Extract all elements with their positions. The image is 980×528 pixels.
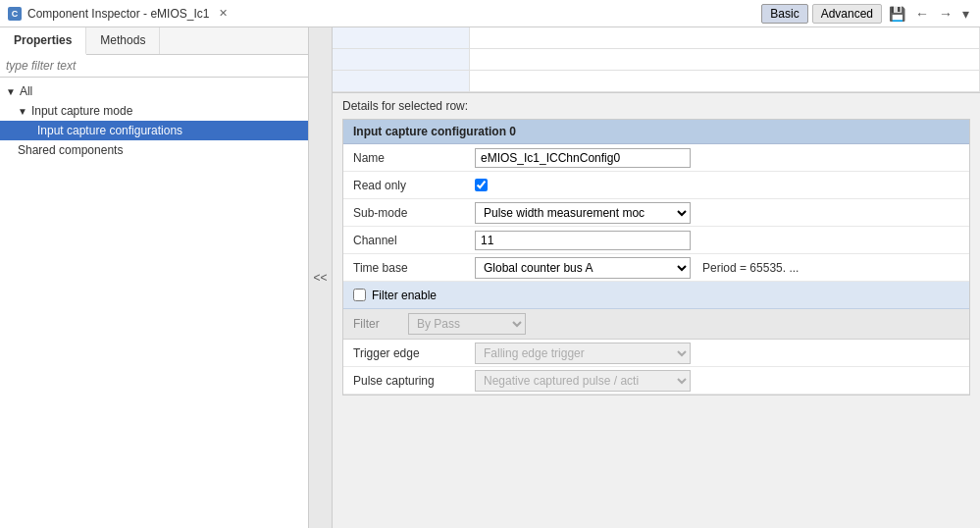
readonly-checkbox[interactable] bbox=[475, 179, 488, 191]
name-row: Name bbox=[343, 144, 969, 172]
channel-row: Channel bbox=[343, 227, 969, 254]
app-icon: C bbox=[8, 7, 22, 21]
details-box: Input capture configuration 0 Name Read … bbox=[342, 119, 970, 396]
name-label: Name bbox=[343, 147, 471, 169]
right-inner: << Details for selected row: bbox=[309, 27, 980, 528]
grid-cell bbox=[470, 27, 980, 48]
timebase-row: Time base Global counter bus A Global co… bbox=[343, 254, 969, 282]
details-label: Details for selected row: bbox=[333, 93, 980, 119]
right-content: Details for selected row: Input capture … bbox=[333, 27, 980, 528]
title-bar-left: C Component Inspector - eMIOS_Ic1 ✕ bbox=[8, 6, 232, 21]
tree-label-icm: Input capture mode bbox=[31, 104, 132, 118]
filter-select[interactable]: By Pass bbox=[408, 313, 526, 335]
grid-row bbox=[333, 49, 980, 71]
basic-button[interactable]: Basic bbox=[761, 4, 807, 24]
tab-bar: Properties Methods bbox=[0, 27, 308, 55]
main-layout: Properties Methods ▼ All ▼ Input capture… bbox=[0, 27, 980, 528]
grid-cell bbox=[470, 71, 980, 91]
channel-value bbox=[471, 229, 969, 252]
tree-label-icc: Input capture configurations bbox=[37, 124, 182, 137]
collapse-button[interactable]: << bbox=[309, 27, 333, 528]
tab-methods[interactable]: Methods bbox=[86, 27, 160, 54]
name-input[interactable] bbox=[475, 148, 691, 168]
top-grid bbox=[333, 27, 980, 93]
tree-arrow-all: ▼ bbox=[6, 86, 16, 97]
timebase-select[interactable]: Global counter bus A Global counter bus … bbox=[475, 257, 691, 279]
timebase-value: Global counter bus A Global counter bus … bbox=[471, 255, 969, 281]
tree-item-shared-components[interactable]: Shared components bbox=[0, 140, 308, 160]
grid-cell bbox=[333, 49, 470, 70]
tree-item-all[interactable]: ▼ All bbox=[0, 81, 308, 101]
menu-button[interactable]: ▾ bbox=[959, 4, 972, 24]
grid-cell bbox=[333, 71, 470, 91]
tab-properties[interactable]: Properties bbox=[0, 27, 86, 55]
trigger-edge-select[interactable]: Falling edge trigger bbox=[475, 343, 691, 364]
pulse-capturing-row: Pulse capturing Negative captured pulse … bbox=[343, 367, 969, 395]
save-button[interactable]: 💾 bbox=[886, 4, 908, 24]
trigger-edge-value: Falling edge trigger bbox=[471, 341, 969, 366]
readonly-row: Read only bbox=[343, 172, 969, 199]
filter-enable-label: Filter enable bbox=[372, 289, 437, 302]
tree-label-sc: Shared components bbox=[18, 143, 123, 157]
timebase-label: Time base bbox=[343, 257, 471, 279]
submode-select[interactable]: Pulse width measurement moc bbox=[475, 202, 691, 224]
back-button[interactable]: ← bbox=[912, 4, 932, 24]
filter-enable-row: Filter enable bbox=[343, 282, 969, 309]
grid-cell bbox=[470, 49, 980, 70]
title-bar: C Component Inspector - eMIOS_Ic1 ✕ Basi… bbox=[0, 0, 980, 27]
readonly-label: Read only bbox=[343, 175, 471, 196]
grid-cell bbox=[333, 27, 470, 48]
pulse-capturing-value: Negative captured pulse / acti bbox=[471, 368, 969, 394]
channel-input[interactable] bbox=[475, 231, 691, 250]
filter-row: Filter By Pass bbox=[343, 309, 969, 340]
submode-row: Sub-mode Pulse width measurement moc bbox=[343, 199, 969, 227]
period-text: Period = 65535. ... bbox=[695, 261, 799, 275]
config-header: Input capture configuration 0 bbox=[343, 120, 969, 144]
pulse-capturing-label: Pulse capturing bbox=[343, 370, 471, 392]
forward-button[interactable]: → bbox=[936, 4, 955, 24]
tree: ▼ All ▼ Input capture mode Input capture… bbox=[0, 78, 308, 528]
trigger-edge-label: Trigger edge bbox=[343, 343, 471, 364]
submode-value: Pulse width measurement moc bbox=[471, 200, 969, 226]
pulse-capturing-select[interactable]: Negative captured pulse / acti bbox=[475, 370, 691, 392]
submode-label: Sub-mode bbox=[343, 202, 471, 224]
grid-row bbox=[333, 27, 980, 49]
tree-item-input-capture-configurations[interactable]: Input capture configurations bbox=[0, 121, 308, 140]
grid-row bbox=[333, 71, 980, 92]
filter-input[interactable] bbox=[0, 55, 308, 78]
toolbar-actions: Basic Advanced 💾 ← → ▾ bbox=[761, 4, 972, 24]
window-title: Component Inspector - eMIOS_Ic1 bbox=[27, 7, 209, 21]
tree-arrow-icm: ▼ bbox=[18, 106, 27, 117]
advanced-button[interactable]: Advanced bbox=[812, 4, 882, 24]
tree-item-input-capture-mode[interactable]: ▼ Input capture mode bbox=[0, 101, 308, 121]
tree-label-all: All bbox=[20, 84, 32, 98]
trigger-edge-row: Trigger edge Falling edge trigger bbox=[343, 340, 969, 367]
filter-label: Filter bbox=[353, 317, 402, 331]
name-value bbox=[471, 146, 969, 170]
readonly-value bbox=[471, 177, 969, 193]
filter-enable-checkbox[interactable] bbox=[353, 289, 366, 301]
left-panel: Properties Methods ▼ All ▼ Input capture… bbox=[0, 27, 309, 528]
close-tab-button[interactable]: ✕ bbox=[215, 6, 232, 21]
channel-label: Channel bbox=[343, 230, 471, 251]
